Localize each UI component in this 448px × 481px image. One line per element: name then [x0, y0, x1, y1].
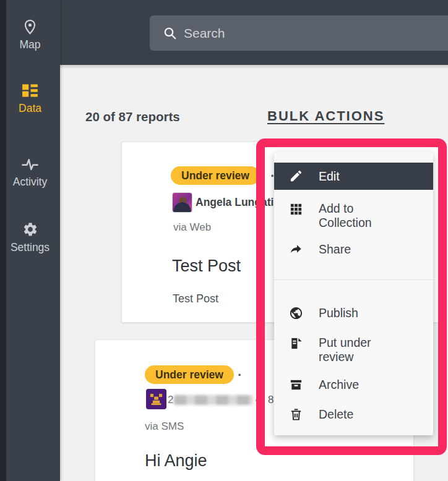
meta-separator-dot: ·: [255, 395, 259, 406]
gear-icon: [0, 219, 60, 239]
menu-item-label: Put under review: [319, 336, 408, 364]
post-title[interactable]: Test Post: [172, 257, 241, 276]
bulk-actions-link[interactable]: BULK ACTIONS: [267, 108, 384, 124]
top-bar: [60, 0, 448, 65]
window-edge-strip: [0, 0, 6, 481]
status-badge: Under review: [171, 166, 260, 185]
menu-item-edit[interactable]: Edit: [274, 163, 433, 190]
menu-item-archive[interactable]: Archive: [274, 378, 433, 392]
archive-icon: [289, 378, 304, 393]
menu-item-publish[interactable]: Publish: [274, 306, 433, 320]
post-title[interactable]: Hi Angie: [145, 451, 207, 470]
search-icon: [163, 26, 178, 41]
sidebar-item-data[interactable]: Data: [0, 80, 60, 115]
search-box[interactable]: [150, 15, 448, 51]
menu-item-share[interactable]: Share: [274, 242, 433, 257]
menu-item-label: Archive: [319, 378, 359, 392]
sidebar-item-label: Map: [0, 38, 60, 51]
timestamp-fragment: 8: [268, 394, 274, 406]
grid-icon: [289, 202, 304, 217]
globe-icon: [289, 306, 304, 321]
context-menu: Edit Add to Collection Share Publish: [274, 152, 433, 435]
post-description: Test Post: [173, 292, 218, 305]
results-count: 20 of 87 reports: [85, 109, 180, 124]
share-arrow-icon: [289, 242, 304, 257]
map-pin-icon: [0, 17, 60, 36]
data-grid-icon: [0, 80, 60, 100]
menu-item-label: Share: [319, 242, 351, 257]
redacted-author-number: [174, 395, 253, 405]
sidebar-item-label: Activity: [0, 176, 60, 189]
review-document-icon: [289, 336, 304, 351]
menu-item-label: Edit: [319, 169, 340, 184]
pencil-icon: [289, 169, 304, 184]
menu-divider: [274, 279, 433, 280]
sidebar-item-settings[interactable]: Settings: [0, 219, 60, 254]
status-badge: Under review: [145, 365, 234, 384]
menu-item-put-under-review[interactable]: Put under review: [274, 336, 433, 364]
author-number-prefix: 2: [168, 394, 173, 406]
menu-item-delete[interactable]: Delete: [274, 407, 433, 422]
channel-label: via Web: [173, 221, 211, 234]
sidebar-item-map[interactable]: Map: [0, 17, 60, 51]
pixel-person-icon: [148, 391, 165, 407]
menu-item-add-to-collection[interactable]: Add to Collection: [274, 202, 433, 230]
sidebar-item-label: Settings: [0, 241, 60, 254]
app-window: 20 of 87 reports BULK ACTIONS Under revi…: [0, 0, 448, 481]
topbar-shadow: [60, 65, 448, 69]
sidebar-item-activity[interactable]: Activity: [0, 154, 60, 189]
menu-item-label: Add to Collection: [319, 202, 408, 230]
menu-item-label: Delete: [319, 407, 353, 422]
meta-separator-dot: ·: [238, 368, 242, 382]
trash-icon: [289, 407, 304, 422]
menu-item-label: Publish: [319, 306, 358, 320]
author-name: Angela Lungati: [196, 196, 274, 209]
sidebar-nav: Map Data Activity Settings: [0, 0, 60, 481]
activity-pulse-icon: [0, 154, 60, 174]
author-avatar: [172, 192, 192, 213]
sidebar-item-label: Data: [0, 102, 60, 115]
channel-label: via SMS: [145, 420, 184, 433]
sms-avatar: [146, 389, 166, 409]
search-input[interactable]: [183, 25, 371, 41]
